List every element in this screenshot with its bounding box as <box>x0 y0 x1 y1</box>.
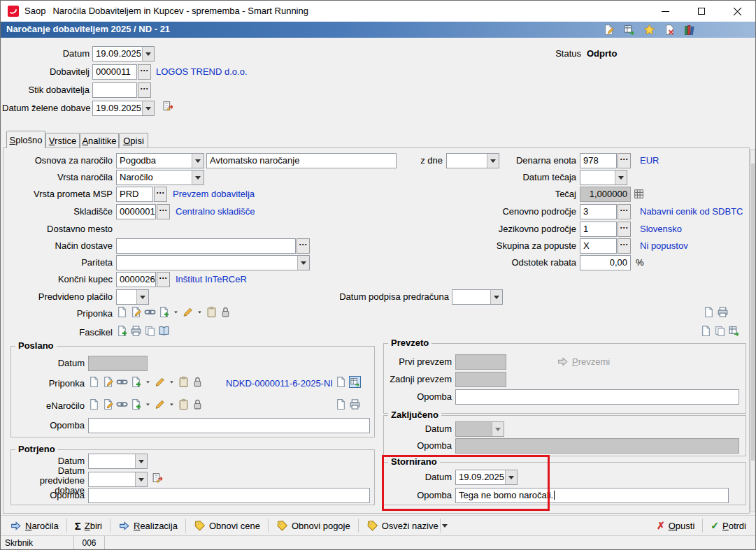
dropdown-arrow-icon[interactable] <box>142 47 154 61</box>
dropdown-arrow-icon[interactable] <box>297 256 309 270</box>
dropdown-icon[interactable] <box>196 307 204 317</box>
vrsta-prometa-field[interactable]: PRD <box>116 187 153 202</box>
zelena-dobava-combo[interactable]: 19.09.2025 <box>92 101 155 116</box>
dropdown-arrow-icon[interactable] <box>192 154 204 168</box>
dropdown-arrow-icon[interactable] <box>490 290 502 304</box>
tab-opisi[interactable]: Opisi <box>119 133 148 147</box>
dropdown-arrow-icon[interactable] <box>142 101 154 115</box>
delete-record-icon[interactable] <box>664 24 676 36</box>
stornirano-opomba-field[interactable]: Tega ne bomo naročali. <box>455 488 729 503</box>
export-icon[interactable] <box>728 325 740 337</box>
print-icon[interactable] <box>130 325 142 337</box>
help-books-icon[interactable] <box>684 24 696 36</box>
edit-document-icon[interactable] <box>102 398 114 410</box>
osvezi-nazive-button[interactable]: Osveži nazive <box>362 518 440 534</box>
realizacija-button[interactable]: Realizacija <box>113 518 183 534</box>
dropdown-icon[interactable] <box>144 377 152 387</box>
predvideno-placilo-combo[interactable] <box>116 289 149 305</box>
dropdown-arrow-icon[interactable] <box>135 472 147 486</box>
pencil-icon[interactable] <box>182 306 194 318</box>
pencil-icon[interactable] <box>154 398 166 410</box>
favorite-star-icon[interactable] <box>643 24 655 36</box>
calculator-icon[interactable] <box>633 188 645 200</box>
print-icon[interactable] <box>349 398 361 410</box>
tab-analitike[interactable]: Analitike <box>80 133 119 147</box>
attach-link-icon[interactable] <box>116 376 128 388</box>
skupina-link[interactable]: Ni popustov <box>640 240 688 251</box>
potrdi-button[interactable]: ✓Potrdi <box>706 518 751 533</box>
opusti-button[interactable]: ✗Opusti <box>652 518 699 533</box>
dobavitelj-lookup-button[interactable]: ··· <box>138 64 151 80</box>
poslano-opomba-field[interactable] <box>88 418 370 433</box>
skladisce-lookup-button[interactable]: ··· <box>157 204 170 219</box>
vrsta-prometa-link[interactable]: Prevzem dobavitelja <box>173 189 255 199</box>
denarna-link[interactable]: EUR <box>640 155 659 166</box>
potrjeno-opomba-field[interactable] <box>88 488 370 503</box>
koncni-kupec-field[interactable]: 0000026 <box>116 272 156 287</box>
pencil-icon[interactable] <box>154 376 166 388</box>
lock-icon[interactable] <box>192 376 204 388</box>
denarna-field[interactable]: 978 <box>580 153 617 168</box>
nacin-dostave-field[interactable] <box>116 238 296 254</box>
dropdown-icon[interactable] <box>168 377 176 387</box>
new-document-icon[interactable] <box>116 306 128 318</box>
document-icon[interactable] <box>335 398 347 410</box>
add-document-icon[interactable] <box>130 398 142 410</box>
clipboard-icon[interactable] <box>178 376 190 388</box>
datum-podpisa-combo[interactable] <box>452 289 503 305</box>
osvezi-nazive-dropdown-button[interactable] <box>440 519 450 533</box>
stornirano-datum-combo[interactable]: 19.09.2025 <box>455 470 518 485</box>
datum-tecaja-combo[interactable] <box>580 170 627 185</box>
edit-document-icon[interactable] <box>102 376 114 388</box>
dropdown-arrow-icon[interactable] <box>192 171 204 184</box>
dropdown-icon[interactable] <box>144 399 152 410</box>
skupina-field[interactable]: X <box>580 238 617 254</box>
zbiri-button[interactable]: ΣZbiri <box>70 518 107 534</box>
lock-icon[interactable] <box>192 398 204 410</box>
vrsta-prometa-lookup-button[interactable]: ··· <box>154 187 167 202</box>
maximize-button[interactable] <box>684 1 719 22</box>
dropdown-icon[interactable] <box>168 399 176 410</box>
tab-splosno[interactable]: Splošno <box>6 131 45 148</box>
send-document-icon[interactable] <box>349 376 361 388</box>
add-document-icon[interactable] <box>116 325 128 337</box>
poslano-priponka-link[interactable]: NDKD-0000011-6-2025-NI <box>226 378 333 389</box>
attach-link-icon[interactable] <box>144 306 156 318</box>
rabat-field[interactable]: 0,00 <box>580 255 631 270</box>
print-icon[interactable] <box>717 306 729 318</box>
jezikovno-link[interactable]: Slovensko <box>640 224 682 234</box>
document-icon[interactable] <box>335 376 347 388</box>
dropdown-arrow-icon[interactable] <box>135 454 147 468</box>
dropdown-arrow-icon[interactable] <box>615 171 627 184</box>
scrollbar-thumb[interactable] <box>751 164 755 461</box>
close-button[interactable] <box>720 1 755 22</box>
cenovno-lookup-button[interactable]: ··· <box>618 204 631 219</box>
osnova-text-field[interactable]: Avtomatsko naročanje <box>206 153 397 168</box>
new-document-icon[interactable] <box>88 398 100 410</box>
cenovno-link[interactable]: Nabavni cenik od SDBTC <box>640 206 743 217</box>
jezikovno-lookup-button[interactable]: ··· <box>618 222 631 237</box>
new-document-icon[interactable] <box>88 376 100 388</box>
prevzeto-opomba-field[interactable] <box>455 389 739 405</box>
dobavitelj-link[interactable]: LOGOS TREND d.o.o. <box>156 66 248 77</box>
dropdown-arrow-icon[interactable] <box>505 470 517 484</box>
clipboard-icon[interactable] <box>206 306 217 318</box>
jezikovno-field[interactable]: 1 <box>580 222 617 237</box>
skladisce-link[interactable]: Centralno skladišče <box>176 206 255 217</box>
prevzemi-button[interactable]: Prevzemi <box>557 356 610 368</box>
copy-date-icon[interactable] <box>162 100 174 112</box>
osnova-combo[interactable]: Pogodba <box>116 153 204 168</box>
copy-date-icon[interactable] <box>152 472 164 484</box>
koncni-kupec-link[interactable]: Inštitut InTeRCeR <box>176 274 247 284</box>
edit-document-icon[interactable] <box>130 306 142 318</box>
narocila-button[interactable]: Naročila <box>5 518 64 534</box>
koncni-kupec-lookup-button[interactable]: ··· <box>157 272 170 287</box>
obnovi-pogoje-button[interactable]: Obnovi pogoje <box>271 518 355 534</box>
copy-icon[interactable] <box>714 325 726 337</box>
potrjeno-datum-combo[interactable] <box>88 454 148 469</box>
add-document-icon[interactable] <box>158 306 170 318</box>
minimize-button[interactable] <box>648 1 683 22</box>
document-icon[interactable] <box>703 306 715 318</box>
vrsta-narocila-combo[interactable]: Naročilo <box>116 170 204 185</box>
stik-field[interactable] <box>92 82 137 98</box>
